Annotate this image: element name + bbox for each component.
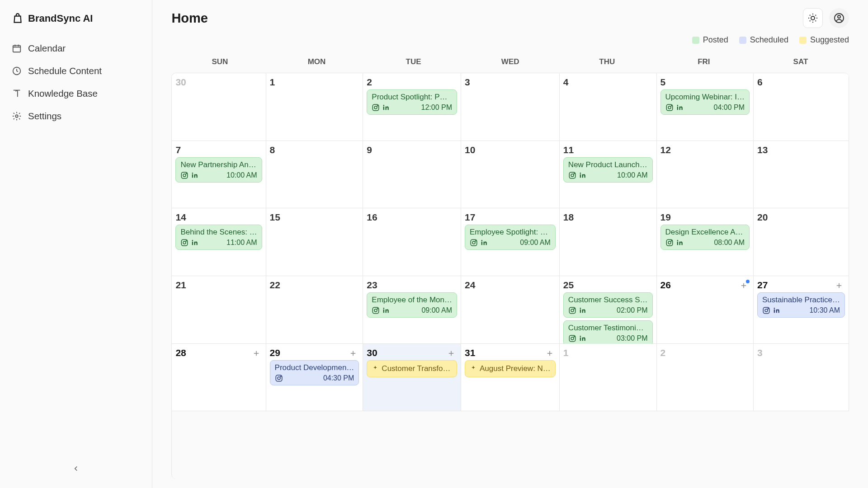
calendar-event[interactable]: Sustainable Practice…10:30 AM: [757, 292, 845, 318]
sidebar-item-settings[interactable]: Settings: [0, 105, 152, 127]
calendar-event[interactable]: New Partnership An…10:00 AM: [175, 157, 262, 183]
sidebar-item-schedule[interactable]: Schedule Content: [0, 60, 152, 82]
calendar-weekday-header: SUNMONTUEWEDTHUFRISAT: [171, 51, 849, 73]
calendar-event[interactable]: Employee Spotlight: …09:00 AM: [465, 225, 556, 250]
calendar-cell[interactable]: 17Employee Spotlight: …09:00 AM: [461, 208, 560, 276]
add-event-button[interactable]: [545, 348, 555, 358]
day-number: 8: [270, 145, 359, 155]
calendar-cell[interactable]: 18: [560, 208, 657, 276]
app-name: BrandSync AI: [28, 13, 93, 24]
calendar-cell[interactable]: 3: [754, 344, 849, 412]
calendar-cell[interactable]: 23Employee of the Mon…09:00 AM: [363, 276, 461, 344]
sidebar-item-knowledge[interactable]: Knowledge Base: [0, 82, 152, 105]
calendar-cell[interactable]: 24: [461, 276, 560, 344]
calendar-cell[interactable]: 31August Preview: N…: [461, 344, 560, 412]
calendar-cell[interactable]: 9: [363, 141, 461, 209]
logo[interactable]: BrandSync AI: [0, 8, 152, 37]
sidebar-item-calendar[interactable]: Calendar: [0, 37, 152, 60]
calendar-cell[interactable]: 30: [172, 73, 266, 141]
calendar-cell[interactable]: 1: [560, 344, 657, 412]
day-number: 2: [367, 77, 457, 88]
calendar-cell[interactable]: 6: [754, 73, 849, 141]
calendar-cell[interactable]: 10: [461, 141, 560, 209]
calendar-cell[interactable]: 26: [657, 276, 754, 344]
add-event-button[interactable]: [348, 348, 358, 358]
calendar-cell[interactable]: 14Behind the Scenes: …11:00 AM: [172, 208, 266, 276]
calendar-cell[interactable]: 29Product Developmen…04:30 PM: [266, 344, 363, 412]
event-icons: [372, 306, 390, 314]
calendar-cell[interactable]: 5Upcoming Webinar: I…04:00 PM: [657, 73, 754, 141]
event-title: New Partnership An…: [180, 160, 257, 169]
calendar-cell[interactable]: 8: [266, 141, 363, 209]
calendar-cell[interactable]: 15: [266, 208, 363, 276]
calendar-event[interactable]: Design Excellence A…08:00 AM: [660, 225, 750, 250]
calendar-event[interactable]: Product Developmen…04:30 PM: [270, 360, 359, 385]
event-title: Employee Spotlight: …: [470, 228, 551, 237]
event-icons: [568, 334, 586, 343]
add-event-button[interactable]: [739, 281, 749, 291]
weekday-label: MON: [269, 57, 365, 66]
event-icons: [568, 306, 586, 314]
chevron-left-icon: [72, 465, 80, 473]
calendar-cell[interactable]: 22: [266, 276, 363, 344]
calendar-cell[interactable]: 3: [461, 73, 560, 141]
event-time: 03:00 PM: [617, 334, 647, 343]
weekday-label: SUN: [171, 57, 268, 66]
event-time: 12:00 PM: [421, 103, 452, 112]
event-icons: [180, 239, 198, 247]
calendar-cell[interactable]: 27Sustainable Practice…10:30 AM: [754, 276, 849, 344]
event-icons: [180, 171, 198, 179]
theme-toggle-button[interactable]: [803, 8, 823, 28]
day-number: 29: [270, 347, 359, 358]
calendar-cell[interactable]: 11New Product Launch…10:00 AM: [560, 141, 657, 209]
calendar-grid: 3012Product Spotlight: P…12:00 PM345Upco…: [171, 73, 849, 479]
day-number: 1: [270, 77, 359, 88]
calendar-cell[interactable]: 2Product Spotlight: P…12:00 PM: [363, 73, 461, 141]
calendar-cell[interactable]: 28: [172, 344, 266, 412]
calendar-event[interactable]: Upcoming Webinar: I…04:00 PM: [660, 89, 750, 115]
calendar-cell[interactable]: 1: [266, 73, 363, 141]
add-event-button[interactable]: [251, 348, 261, 358]
calendar-cell[interactable]: 12: [657, 141, 754, 209]
instagram-icon: [372, 306, 380, 314]
weekday-label: SAT: [752, 57, 849, 66]
gear-icon: [12, 111, 22, 121]
svg-point-35: [574, 336, 575, 337]
sparkle-icon: [470, 365, 477, 372]
plus-icon: [835, 282, 843, 290]
day-number: 10: [465, 145, 556, 155]
calendar-cell[interactable]: 25Customer Success S…02:00 PMCustomer Te…: [560, 276, 657, 344]
svg-point-17: [574, 173, 575, 174]
calendar-event[interactable]: Behind the Scenes: …11:00 AM: [175, 225, 262, 250]
calendar-cell[interactable]: 13: [754, 141, 849, 209]
calendar-event[interactable]: Employee of the Mon…09:00 AM: [367, 292, 457, 318]
calendar-cell[interactable]: 2: [657, 344, 754, 412]
event-time: 11:00 AM: [226, 239, 257, 247]
calendar-cell[interactable]: 16: [363, 208, 461, 276]
calendar-cell[interactable]: 20: [754, 208, 849, 276]
calendar-event[interactable]: August Preview: N…: [465, 360, 556, 377]
calendar-cell[interactable]: 19Design Excellence A…08:00 AM: [657, 208, 754, 276]
calendar-cell[interactable]: 7New Partnership An…10:00 AM: [172, 141, 266, 209]
calendar-event[interactable]: Customer Transfo…: [367, 360, 457, 377]
linkedin-icon: [578, 334, 586, 343]
day-number: 27: [757, 280, 845, 291]
user-menu-button[interactable]: [829, 8, 849, 28]
sidebar-item-label: Settings: [28, 111, 61, 122]
calendar-cell[interactable]: 30Customer Transfo…: [363, 344, 461, 412]
calendar-event[interactable]: New Product Launch…10:00 AM: [563, 157, 653, 183]
calendar-cell[interactable]: 4: [560, 73, 657, 141]
calendar-event[interactable]: Customer Success S…02:00 PM: [563, 292, 653, 318]
sidebar-collapse-button[interactable]: [0, 459, 152, 480]
calendar-cell[interactable]: 21: [172, 276, 266, 344]
calendar-event[interactable]: Customer Testimoni…03:00 PM: [563, 320, 653, 346]
add-event-button[interactable]: [446, 348, 456, 358]
plus-icon: [252, 349, 260, 357]
add-event-button[interactable]: [834, 281, 844, 291]
calendar-event[interactable]: Product Spotlight: P…12:00 PM: [367, 89, 457, 115]
linkedin-icon: [480, 239, 488, 247]
sun-icon: [807, 13, 818, 23]
event-meta: 03:00 PM: [568, 334, 648, 343]
event-time: 04:00 PM: [714, 103, 745, 112]
svg-point-38: [768, 308, 769, 309]
